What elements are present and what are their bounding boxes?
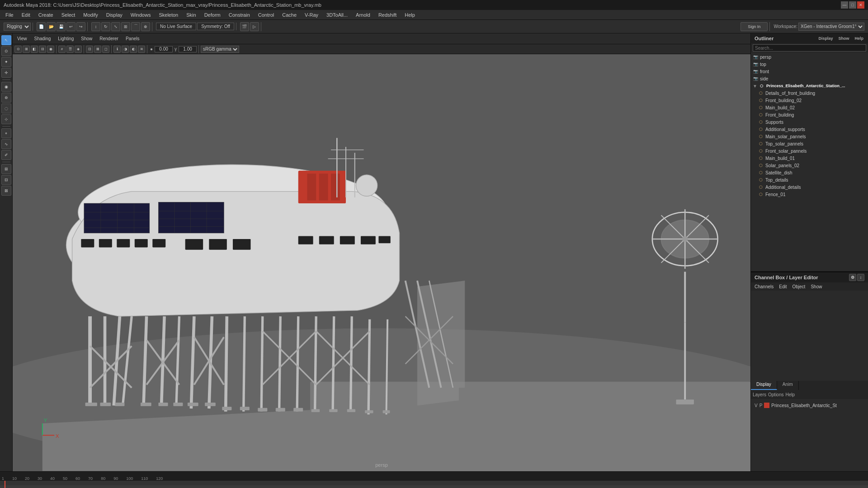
sign-in-btn[interactable]: Sign In (741, 22, 768, 31)
tree-item-add-supports[interactable]: ⬡ Additional_supports (756, 126, 868, 133)
outliner-search-input[interactable] (753, 44, 866, 52)
tree-item-side[interactable]: 📷 side (751, 75, 868, 82)
menu-constrain[interactable]: Constrain (225, 11, 254, 19)
cb-channels-menu[interactable]: Channels (753, 284, 775, 289)
layer-color-swatch[interactable] (764, 403, 769, 408)
menu-modify[interactable]: Modify (80, 11, 101, 19)
cb-edit-menu[interactable]: Edit (777, 284, 788, 289)
tree-item-fence[interactable]: ⬡ Fence_01 (756, 191, 868, 198)
open-scene-btn[interactable]: 📂 (47, 22, 56, 31)
snap-grid-btn[interactable]: ⊞ (121, 22, 130, 31)
cb-show-menu[interactable]: Show (809, 284, 824, 289)
brush-tool-btn[interactable]: ✐ (1, 150, 11, 160)
save-scene-btn[interactable]: 💾 (57, 22, 66, 31)
safe-action-btn[interactable]: ◻ (102, 46, 109, 53)
workspace-select[interactable]: XGen - Interactive Groom1° (798, 23, 864, 31)
soft-select-btn[interactable]: ◉ (1, 82, 11, 92)
viewport-renderer-menu[interactable]: Renderer (97, 36, 121, 42)
motion-blur-btn[interactable]: ≋ (138, 46, 145, 53)
tree-item-top[interactable]: 📷 top (751, 61, 868, 68)
cb-object-menu[interactable]: Object (791, 284, 807, 289)
select-tool-btn[interactable]: ↖ (1, 35, 11, 45)
outliner-help-menu[interactable]: Help (854, 36, 864, 41)
viewport-show-menu[interactable]: Show (78, 36, 95, 42)
timeline-track[interactable] (0, 481, 868, 488)
tree-item-front-bld-02[interactable]: ⬡ Front_building_02 (756, 97, 868, 104)
menu-create[interactable]: Create (35, 11, 57, 19)
playhead[interactable] (5, 481, 5, 488)
show-grid-btn[interactable]: # (58, 46, 66, 53)
wireframe-btn[interactable]: ⊟ (39, 46, 46, 53)
sculpt-btn[interactable]: ⊛ (1, 93, 11, 103)
tree-item-solar-panels-02[interactable]: ⬡ Solar_panels_02 (756, 162, 868, 169)
hud-btn[interactable]: ℹ (113, 46, 121, 53)
tree-item-front-solar[interactable]: ⬡ Front_solar_pannels (756, 147, 868, 155)
colorspace-select[interactable]: sRGB gamma (201, 46, 239, 53)
layout-select[interactable]: Rigging (4, 23, 31, 31)
ao-btn[interactable]: ◐ (130, 46, 137, 53)
tree-item-main-build-02[interactable]: ⬡ Main_build_02 (756, 104, 868, 111)
anim-tab[interactable]: Anim (777, 381, 799, 390)
menu-skeleton[interactable]: Skeleton (155, 11, 182, 19)
show-manipulator-btn[interactable]: ⌖ (1, 128, 11, 138)
isolate-btn[interactable]: ◈ (75, 46, 82, 53)
tree-item-persp[interactable]: 📷 persp (751, 53, 868, 61)
symmetry-btn[interactable]: Symmetry: Off (197, 23, 234, 30)
curve-tool-btn[interactable]: ∿ (1, 139, 11, 149)
rotate-btn[interactable]: ↻ (101, 22, 110, 31)
cb-expand-btn[interactable]: ↕ (857, 274, 864, 281)
minimize-button[interactable]: — (841, 1, 848, 9)
lasso-tool-btn[interactable]: ⊙ (1, 46, 11, 56)
viewport-shading-menu[interactable]: Shading (32, 36, 54, 42)
viewport-lighting-menu[interactable]: Lighting (55, 36, 76, 42)
shadow-btn[interactable]: ◑ (122, 46, 129, 53)
tree-item-main-group[interactable]: ▼ ⬡ Princess_Elisabeth_Antarctic_Station… (751, 82, 868, 89)
tree-item-satellite[interactable]: ⬡ Satellite_dish (756, 169, 868, 176)
viewport-panels-menu[interactable]: Panels (123, 36, 142, 42)
persp-camera-icon[interactable]: ⊙ (14, 46, 22, 53)
tree-item-top-details[interactable]: ⬡ Top_details (756, 176, 868, 183)
cb-settings-btn[interactable]: ⚙ (849, 274, 856, 281)
maximize-button[interactable]: □ (849, 1, 856, 9)
menu-edit[interactable]: Edit (18, 11, 34, 19)
menu-3dtoall[interactable]: 3DToAll... (323, 11, 351, 19)
ik-tool-btn[interactable]: ⊹ (1, 114, 11, 124)
render-btn[interactable]: 🎬 (240, 22, 249, 31)
film-gate-btn[interactable]: ⊠ (94, 46, 101, 53)
shading-mode-btn[interactable]: ◧ (31, 46, 38, 53)
no-live-surface-btn[interactable]: No Live Surface (156, 23, 196, 30)
viewport-view-menu[interactable]: View (14, 36, 30, 42)
xray-btn[interactable]: ◉ (47, 46, 54, 53)
layout-tool-btn[interactable]: ⊠ (1, 186, 11, 196)
menu-vray[interactable]: V-Ray (301, 11, 322, 19)
view-tool-btn[interactable]: ⊞ (1, 164, 11, 174)
scale-btn[interactable]: ⤡ (111, 22, 120, 31)
move-btn[interactable]: ↕ (91, 22, 100, 31)
paint-select-btn[interactable]: ✦ (1, 57, 11, 67)
menu-cache[interactable]: Cache (278, 11, 300, 19)
menu-help[interactable]: Help (401, 11, 419, 19)
menu-skin[interactable]: Skin (183, 11, 199, 19)
undo-btn[interactable]: ↩ (66, 22, 75, 31)
new-scene-btn[interactable]: 📄 (37, 22, 46, 31)
menu-control[interactable]: Control (255, 11, 278, 19)
tree-item-add-details[interactable]: ⬡ Additional_details (756, 183, 868, 191)
tree-item-supports[interactable]: ⬡ Supports (756, 118, 868, 126)
menu-display[interactable]: Display (103, 11, 126, 19)
outliner-display-menu[interactable]: Display (817, 36, 834, 41)
tree-item-details-front[interactable]: ⬡ Details_of_front_building (756, 89, 868, 97)
menu-deform[interactable]: Deform (201, 11, 224, 19)
tree-item-top-solar[interactable]: ⬡ Top_solar_pannels (756, 140, 868, 147)
tree-item-front[interactable]: 📷 front (751, 68, 868, 75)
color-input[interactable] (155, 46, 173, 52)
gamma-input[interactable] (179, 46, 197, 52)
redo-btn[interactable]: ↪ (76, 22, 85, 31)
display-tab[interactable]: Display (751, 381, 777, 390)
menu-file[interactable]: File (2, 11, 17, 19)
layers-menu[interactable]: Layers (753, 392, 766, 397)
snap-curve-btn[interactable]: ⌒ (131, 22, 140, 31)
help-menu[interactable]: Help (785, 392, 795, 397)
tree-item-front-building[interactable]: ⬡ Front_building (756, 111, 868, 118)
tree-item-main-build-01[interactable]: ⬡ Main_build_01 (756, 155, 868, 162)
viewport-canvas[interactable]: X Y persp (13, 54, 750, 471)
